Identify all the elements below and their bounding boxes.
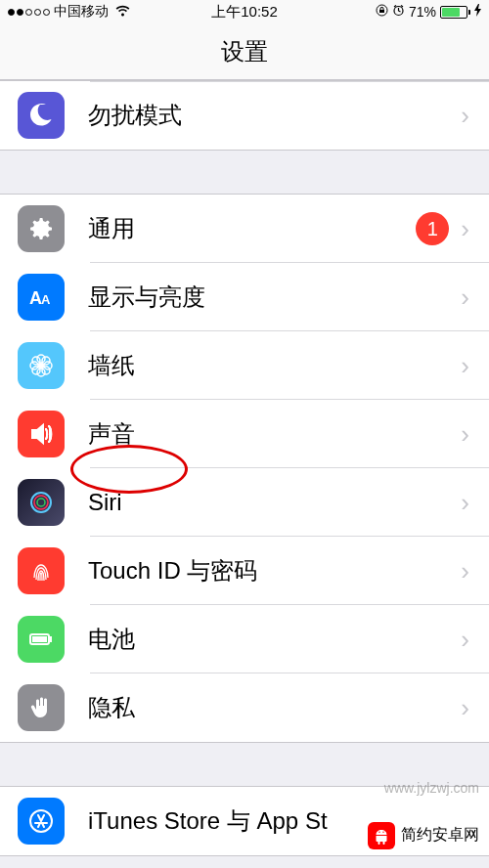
chevron-right-icon: › xyxy=(461,214,469,244)
chevron-right-icon: › xyxy=(461,556,469,586)
row-touch-id[interactable]: Touch ID 与密码 › xyxy=(0,537,489,605)
row-label: 隐私 xyxy=(88,692,461,723)
settings-group-1: 勿扰模式 › xyxy=(0,80,489,151)
svg-point-7 xyxy=(30,362,38,369)
row-label: Siri xyxy=(88,489,461,516)
row-label: 电池 xyxy=(88,624,461,655)
notification-badge: 1 xyxy=(416,212,449,245)
battery-percent: 71% xyxy=(409,4,436,20)
row-general[interactable]: 通用 1 › xyxy=(0,195,489,263)
watermark-brand: 简约安卓网 xyxy=(364,820,489,850)
chevron-right-icon: › xyxy=(461,693,469,723)
battery-icon xyxy=(18,616,65,663)
row-label: Touch ID 与密码 xyxy=(88,555,461,586)
chevron-right-icon: › xyxy=(461,282,469,313)
chevron-right-icon: › xyxy=(461,419,469,450)
status-right: 71% xyxy=(376,4,481,20)
row-display-brightness[interactable]: AA 显示与亮度 › xyxy=(0,263,489,331)
group-spacer xyxy=(0,151,489,194)
page-title: 设置 xyxy=(221,36,268,67)
svg-point-15 xyxy=(37,499,45,506)
watermark-url: www.jylzwj.com xyxy=(384,780,479,796)
svg-rect-18 xyxy=(50,636,52,642)
row-label: 显示与亮度 xyxy=(88,282,461,313)
svg-point-12 xyxy=(42,367,50,374)
hand-icon xyxy=(18,684,65,731)
row-wallpaper[interactable]: 墙纸 › xyxy=(0,331,489,400)
row-privacy[interactable]: 隐私 › xyxy=(0,673,489,742)
chevron-right-icon: › xyxy=(461,625,469,655)
row-do-not-disturb[interactable]: 勿扰模式 › xyxy=(0,81,489,150)
appstore-icon xyxy=(18,798,65,845)
svg-point-9 xyxy=(32,357,40,365)
status-bar: 中国移动 上午10:52 71% xyxy=(0,0,489,23)
svg-point-10 xyxy=(42,357,50,365)
svg-point-14 xyxy=(34,496,48,509)
row-label: 墙纸 xyxy=(88,350,461,381)
siri-icon xyxy=(18,479,65,526)
row-label: 声音 xyxy=(88,418,461,450)
svg-point-11 xyxy=(32,367,40,374)
svg-point-8 xyxy=(44,362,52,369)
row-label: 勿扰模式 xyxy=(88,100,461,131)
charging-icon xyxy=(474,4,481,20)
row-battery[interactable]: 电池 › xyxy=(0,605,489,673)
settings-group-2: 通用 1 › AA 显示与亮度 › 墙纸 › 声音 › Siri › xyxy=(0,194,489,743)
chevron-right-icon: › xyxy=(461,101,469,131)
gear-icon xyxy=(18,205,65,252)
svg-point-5 xyxy=(37,355,45,363)
moon-icon xyxy=(18,92,65,139)
row-siri[interactable]: Siri › xyxy=(0,468,489,537)
header: 设置 xyxy=(0,23,489,80)
svg-text:A: A xyxy=(41,292,51,307)
flower-icon xyxy=(18,342,65,389)
wifi-icon xyxy=(114,4,131,21)
alarm-icon xyxy=(392,4,405,20)
watermark-text: 简约安卓网 xyxy=(401,825,479,846)
text-size-icon: AA xyxy=(18,274,65,321)
status-time: 上午10:52 xyxy=(211,3,278,22)
chevron-right-icon: › xyxy=(461,351,469,381)
row-label: 通用 xyxy=(88,213,416,244)
chevron-right-icon: › xyxy=(461,488,469,518)
signal-strength-icon xyxy=(8,9,50,16)
carrier-label: 中国移动 xyxy=(54,3,109,21)
watermark-logo-icon xyxy=(368,822,395,849)
row-sound[interactable]: 声音 › xyxy=(0,400,489,468)
svg-rect-17 xyxy=(32,636,47,642)
battery-icon xyxy=(440,6,470,19)
svg-point-6 xyxy=(37,369,45,376)
speaker-icon xyxy=(18,411,65,457)
status-left: 中国移动 xyxy=(8,3,131,21)
fingerprint-icon xyxy=(18,547,65,594)
orientation-lock-icon xyxy=(376,4,388,20)
